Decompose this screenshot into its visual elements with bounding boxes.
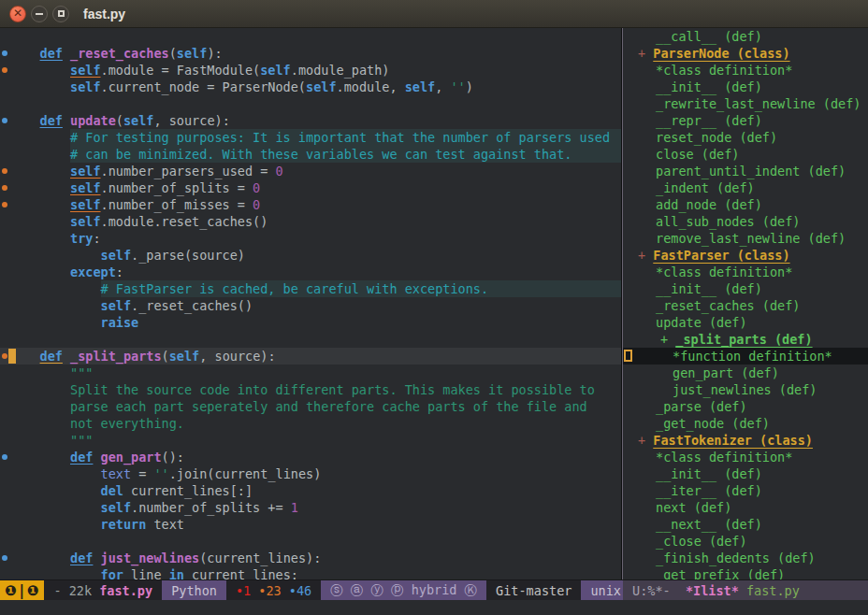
code-editor-buffer[interactable]: def _reset_caches(self): self.module = F… (0, 28, 622, 579)
outline-item[interactable]: __init__ (def) (623, 280, 868, 297)
code-line[interactable]: self._parse(source) (0, 247, 621, 264)
code-line[interactable]: """ (0, 365, 621, 381)
outline-item[interactable]: + ParserNode (class) (623, 45, 868, 62)
code-token: self (405, 79, 436, 95)
code-line[interactable]: for line in current_lines: (0, 566, 621, 579)
outline-item[interactable]: _close (def) (623, 533, 868, 550)
expand-marker-icon[interactable]: + (660, 331, 675, 348)
outline-item[interactable]: __init__ (def) (623, 79, 868, 95)
code-line[interactable]: except: (0, 264, 621, 280)
outline-item[interactable]: + _split_parts (def) (623, 331, 868, 348)
expand-marker-icon[interactable]: + (638, 45, 653, 62)
code-line[interactable]: # can be minimized. With these variables… (0, 146, 621, 163)
modeline-text: unix | 2 (590, 583, 623, 598)
code-token (9, 146, 70, 163)
code-line[interactable]: try: (0, 230, 621, 247)
code-line-text: # For testing purposes: It is important … (0, 129, 621, 146)
code-token (63, 112, 70, 129)
code-line[interactable]: self.number_of_misses = 0 (0, 196, 621, 213)
code-line[interactable]: def gen_part(): (0, 449, 621, 465)
code-line-text: def gen_part(): (0, 449, 621, 465)
code-line[interactable]: # FastParser is cached, be careful with … (0, 280, 621, 297)
outline-item[interactable]: update (def) (623, 314, 868, 331)
modeline-segment[interactable]: ⓢ ⓐ ⓨ ⓟ hybrid Ⓚ (321, 580, 486, 600)
code-token: (current_lines): (199, 550, 321, 566)
expand-marker-icon[interactable]: + (638, 247, 653, 264)
outline-item[interactable]: + FastParser (class) (623, 247, 868, 264)
outline-item[interactable]: _indent (def) (623, 179, 868, 196)
code-token: # For testing purposes: It is important … (70, 129, 621, 146)
code-line[interactable] (0, 533, 621, 550)
code-line[interactable]: raise (0, 314, 621, 331)
code-line[interactable]: def update(self, source): (0, 112, 621, 129)
code-line[interactable] (0, 95, 621, 112)
outline-item[interactable]: __iter__ (def) (623, 482, 868, 499)
outline-item[interactable]: all_sub_nodes (def) (623, 213, 868, 230)
code-line[interactable]: self.number_of_splits += 1 (0, 499, 621, 516)
outline-item[interactable]: *function definition* (623, 348, 868, 365)
code-line[interactable]: text = ''.join(current_lines) (0, 465, 621, 482)
code-line[interactable]: parse each part seperately and therefore… (0, 398, 621, 415)
modeline-segment[interactable]: unix | 2 (581, 580, 623, 600)
outline-item[interactable]: parent_until_indent (def) (623, 163, 868, 179)
outline-item[interactable]: add_node (def) (623, 196, 868, 213)
outline-item[interactable]: next (def) (623, 499, 868, 516)
outline-entry-label: __call__ (def) (656, 28, 762, 45)
titlebar[interactable]: ✕ fast.py (0, 0, 868, 28)
code-line[interactable]: self.module.reset_caches() (0, 213, 621, 230)
close-button[interactable]: ✕ (9, 6, 26, 22)
outline-item[interactable]: __call__ (def) (623, 28, 868, 45)
modeline-segment[interactable]: •1 •23 •46 (226, 580, 321, 600)
outline-item[interactable]: just_newlines (def) (623, 381, 868, 398)
code-line[interactable]: del current_lines[:] (0, 482, 621, 499)
maximize-button[interactable] (52, 6, 69, 22)
code-token: .module_path) (291, 62, 390, 79)
outline-item[interactable]: *class definition* (623, 62, 868, 79)
code-line[interactable]: self.module = FastModule(self.module_pat… (0, 62, 621, 79)
code-line[interactable]: # For testing purposes: It is important … (0, 129, 621, 146)
code-line[interactable]: """ (0, 432, 621, 449)
code-line[interactable] (0, 331, 621, 348)
minimize-button[interactable] (31, 6, 48, 22)
outline-item[interactable]: _finish_dedents (def) (623, 550, 868, 566)
code-token: # FastParser is cached, be careful with … (101, 280, 621, 297)
code-token: except (70, 264, 116, 280)
outline-item[interactable]: _get_node (def) (623, 415, 868, 432)
outline-item[interactable]: + FastTokenizer (class) (623, 432, 868, 449)
outline-item[interactable]: *class definition* (623, 264, 868, 280)
outline-item[interactable]: __repr__ (def) (623, 112, 868, 129)
code-line[interactable]: def _reset_caches(self): (0, 45, 621, 62)
modeline-text: •23 (251, 583, 282, 598)
outline-item[interactable]: _rewrite_last_newline (def) (623, 95, 868, 112)
outline-item[interactable]: close (def) (623, 146, 868, 163)
code-line[interactable]: self.number_parsers_used = 0 (0, 163, 621, 179)
outline-item-text: next (def) (623, 499, 731, 516)
outline-item[interactable]: _reset_caches (def) (623, 297, 868, 314)
outline-item[interactable]: _get_prefix (def) (623, 566, 868, 579)
outline-item[interactable]: remove_last_newline (def) (623, 230, 868, 247)
modeline-segment[interactable]: - 22k fast.py (44, 580, 162, 600)
code-token (9, 449, 70, 465)
expand-marker-icon[interactable]: + (638, 432, 653, 449)
outline-item[interactable]: reset_node (def) (623, 129, 868, 146)
outline-item[interactable]: __init__ (def) (623, 465, 868, 482)
flycheck-warning-dot-icon (2, 67, 7, 73)
outline-item[interactable]: _parse (def) (623, 398, 868, 415)
code-line[interactable] (0, 28, 621, 45)
code-line[interactable]: not everything. (0, 415, 621, 432)
code-line[interactable]: self.number_of_splits = 0 (0, 179, 621, 196)
outline-item-text: _close (def) (623, 533, 747, 550)
modeline-segment[interactable]: ❶|❶ (0, 580, 44, 600)
modeline-segment[interactable]: Git-master (486, 580, 581, 600)
code-line[interactable]: self.current_node = ParserNode(self.modu… (0, 79, 621, 95)
code-line[interactable]: return text (0, 516, 621, 533)
modeline-segment[interactable]: Python (162, 580, 226, 600)
imenu-list-panel[interactable]: __call__ (def)+ ParserNode (class)*class… (622, 28, 868, 579)
outline-item[interactable]: *class definition* (623, 449, 868, 465)
code-line[interactable]: def just_newlines(current_lines): (0, 550, 621, 566)
outline-item[interactable]: __next__ (def) (623, 516, 868, 533)
code-line[interactable]: def _split_parts(self, source): (0, 348, 621, 365)
code-line[interactable]: Split the source code into different par… (0, 381, 621, 398)
outline-item[interactable]: gen_part (def) (623, 365, 868, 381)
code-line[interactable]: self._reset_caches() (0, 297, 621, 314)
